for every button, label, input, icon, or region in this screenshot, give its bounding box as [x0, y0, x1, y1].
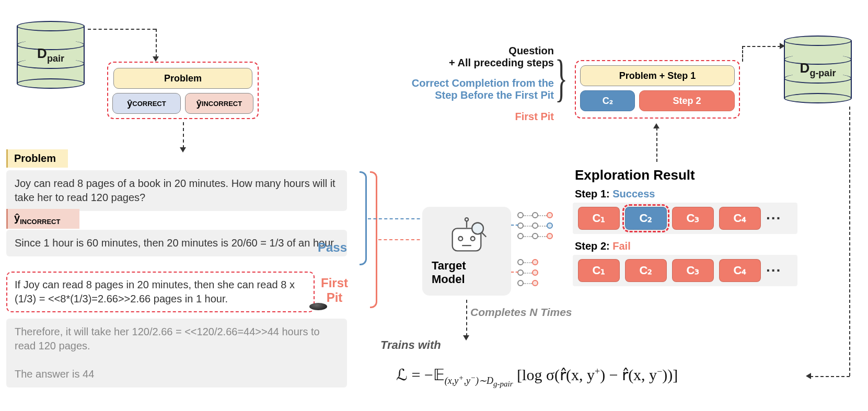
sample-yincorrect-pill: ŷINCORRECT [185, 93, 253, 114]
pass-bracket [360, 171, 367, 265]
sample-problem-pill: Problem [113, 68, 252, 89]
step1-chips: C₁ C₂ C₃ C₄ ··· [573, 203, 797, 234]
step2-chips: C₁ C₂ C₃ C₄ ··· [573, 255, 797, 286]
dash-salmon-to-model [378, 239, 425, 240]
new-sample-box: Problem + Step 1 C₂ Step 2 [575, 60, 740, 119]
step1-text: Since 1 hour is 60 minutes, then 20 minu… [6, 230, 347, 256]
arrow-dgpair-to-loss-v [849, 107, 850, 376]
loss-formula: ℒ = −𝔼(x,y+,y−)∼Dg-pair [log σ(r̂(x, y+)… [396, 366, 678, 389]
mini-tree-2 [517, 255, 570, 286]
dash-blue-to-model [368, 218, 425, 219]
db-pair-label: Dpair [37, 45, 64, 64]
firstpit-bracket [370, 171, 377, 308]
exploration-title: Exploration Result [575, 167, 695, 183]
newsample-top: Problem + Step 1 [580, 65, 735, 86]
newsample-c2: C₂ [580, 90, 635, 111]
completes-n-label: Completes N Times [470, 306, 572, 319]
step2-label: Step 2: Fail [575, 240, 631, 252]
arrow-sample-to-dgpair [742, 46, 781, 47]
robot-icon [438, 216, 495, 257]
trains-with-label: Trains with [380, 338, 441, 352]
firstpit-label: First Pit [321, 276, 348, 305]
arrow-dpair-to-sample [88, 29, 156, 30]
arrow-result-to-sample [656, 127, 657, 162]
step1-label: Step 1: Success [575, 188, 655, 200]
db-gpair-label: Dg-pair [800, 60, 836, 78]
svg-point-5 [465, 218, 468, 221]
problem-text: Joy can read 8 pages of a book in 20 min… [6, 170, 347, 211]
faded-rest-text: Therefore, it will take her 120/2.66 = <… [6, 319, 347, 387]
target-model-box: Target Model [422, 207, 511, 296]
problem-header: Problem [6, 149, 68, 168]
anno-correct-completion: Correct Completion from the Step Before … [387, 77, 554, 101]
right-brace-icon: } [555, 52, 568, 104]
svg-line-7 [482, 232, 486, 237]
arrow-model-to-loss [466, 300, 467, 336]
yincorrect-header: ŷINCORRECT [6, 209, 79, 229]
pass-label: Pass [318, 240, 347, 255]
anno-question: Question + All preceding steps [397, 45, 554, 69]
newsample-step2: Step 2 [639, 90, 735, 111]
db-pair-cylinder: Dpair [17, 21, 85, 89]
arrow-sample-down [183, 122, 184, 148]
mini-tree-1 [517, 208, 570, 239]
step2-text: If Joy can read 8 pages in 20 minutes, t… [6, 272, 315, 312]
db-gpair-cylinder: Dg-pair [784, 36, 852, 103]
sample-ycorrect-pill: ŷCORRECT [112, 93, 181, 114]
target-model-label: Target Model [432, 259, 502, 286]
c2-chip-highlight: C₂ [625, 207, 667, 230]
anno-first-pit: First Pit [470, 111, 554, 123]
sample-dashed-box: Problem ŷCORRECT ŷINCORRECT [107, 62, 259, 119]
